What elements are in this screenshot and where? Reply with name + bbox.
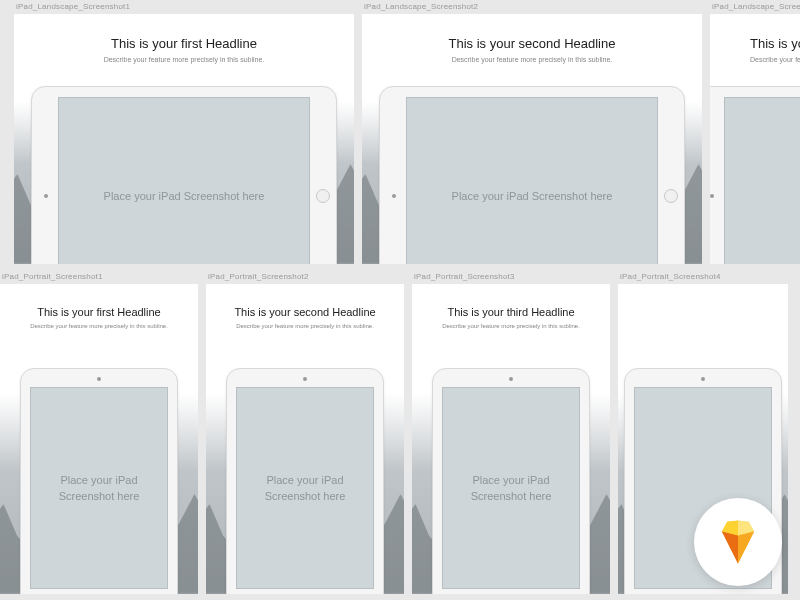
ipad-mockup: Place your iPad Screenshot here (31, 86, 337, 264)
headline-text: This is your second Headline (362, 14, 702, 51)
placeholder-text: Place your iPad Screenshot here (94, 188, 275, 205)
subline-text: Describe your feature more precisely in … (0, 323, 198, 329)
placeholder-text: Place your iPad Screenshot here (49, 472, 150, 505)
artboard-landscape-1[interactable]: This is your first Headline Describe you… (14, 14, 354, 264)
headline-text: This is your first Headline (14, 14, 354, 51)
svg-marker-3 (738, 531, 754, 563)
artboard-portrait-1[interactable]: This is your first Headline Describe you… (0, 284, 198, 594)
camera-icon (97, 377, 101, 381)
artboard-group-portrait-2: iPad_Portrait_Screenshot2 This is your s… (206, 272, 404, 594)
placeholder-text: Place your iPad Screenshot here (255, 472, 356, 505)
artboard-label[interactable]: iPad_Portrait_Screenshot4 (618, 272, 788, 284)
ipad-mockup: Place your iPad Screenshot here (226, 368, 384, 594)
artboard-label[interactable]: iPad_Landscape_Screenshot3 (710, 2, 800, 14)
artboard-group-portrait-1: iPad_Portrait_Screenshot1 This is your f… (0, 272, 198, 594)
placeholder-text: Place your iPad Screenshot here (442, 188, 623, 205)
screenshot-placeholder[interactable]: Place your iPad Screenshot here (30, 387, 168, 589)
ipad-mockup: Place your iPad Screenshot here (432, 368, 590, 594)
screenshot-placeholder[interactable]: Place your iPad Screenshot here (442, 387, 580, 589)
diamond-icon (711, 515, 765, 569)
camera-icon (509, 377, 513, 381)
sketch-app-icon (694, 498, 782, 586)
subline-text: Describe your feature more precisely in … (710, 56, 800, 63)
artboard-label[interactable]: iPad_Portrait_Screenshot2 (206, 272, 404, 284)
headline-text: This is your first Headline (0, 284, 198, 318)
subline-text: Describe your feature more precisely in … (14, 56, 354, 63)
headline-text: This is your third Headline (412, 284, 610, 318)
artboard-group-landscape-3: iPad_Landscape_Screenshot3 This is your … (710, 2, 800, 264)
ipad-mockup: Place your iPad Screenshot here (379, 86, 685, 264)
screenshot-placeholder[interactable]: Place your iPad Screenshot here (58, 97, 310, 264)
artboard-label[interactable]: iPad_Portrait_Screenshot1 (0, 272, 198, 284)
placeholder-text: Place your iPad Screenshot here (461, 472, 562, 505)
row-landscape: iPad_Landscape_Screenshot1 This is your … (0, 2, 800, 264)
camera-icon (710, 194, 714, 198)
artboard-landscape-3[interactable]: This is your Describe your feature more … (710, 14, 800, 264)
screenshot-placeholder[interactable] (724, 97, 800, 264)
home-button-icon (664, 189, 678, 203)
screenshot-placeholder[interactable]: Place your iPad Screenshot here (406, 97, 658, 264)
camera-icon (701, 377, 705, 381)
screenshot-placeholder[interactable]: Place your iPad Screenshot here (236, 387, 374, 589)
artboard-label[interactable]: iPad_Landscape_Screenshot1 (14, 2, 354, 14)
camera-icon (44, 194, 48, 198)
svg-marker-2 (722, 531, 738, 563)
artboard-landscape-2[interactable]: This is your second Headline Describe yo… (362, 14, 702, 264)
headline-text: This is your second Headline (206, 284, 404, 318)
artboard-label[interactable]: iPad_Landscape_Screenshot2 (362, 2, 702, 14)
artboard-portrait-3[interactable]: This is your third Headline Describe you… (412, 284, 610, 594)
artboard-label[interactable]: iPad_Portrait_Screenshot3 (412, 272, 610, 284)
home-button-icon (316, 189, 330, 203)
artboard-portrait-2[interactable]: This is your second Headline Describe yo… (206, 284, 404, 594)
artboard-group-landscape-2: iPad_Landscape_Screenshot2 This is your … (362, 2, 702, 264)
ipad-mockup: Place your iPad Screenshot here (20, 368, 178, 594)
camera-icon (303, 377, 307, 381)
sketch-canvas[interactable]: iPad_Landscape_Screenshot1 This is your … (0, 0, 800, 594)
subline-text: Describe your feature more precisely in … (206, 323, 404, 329)
camera-icon (392, 194, 396, 198)
row-portrait: iPad_Portrait_Screenshot1 This is your f… (0, 272, 800, 594)
subline-text: Describe your feature more precisely in … (362, 56, 702, 63)
subline-text: Describe your feature more precisely in … (412, 323, 610, 329)
headline-text: This is your (710, 14, 800, 51)
ipad-mockup (710, 86, 800, 264)
artboard-group-portrait-3: iPad_Portrait_Screenshot3 This is your t… (412, 272, 610, 594)
artboard-group-landscape-1: iPad_Landscape_Screenshot1 This is your … (14, 2, 354, 264)
